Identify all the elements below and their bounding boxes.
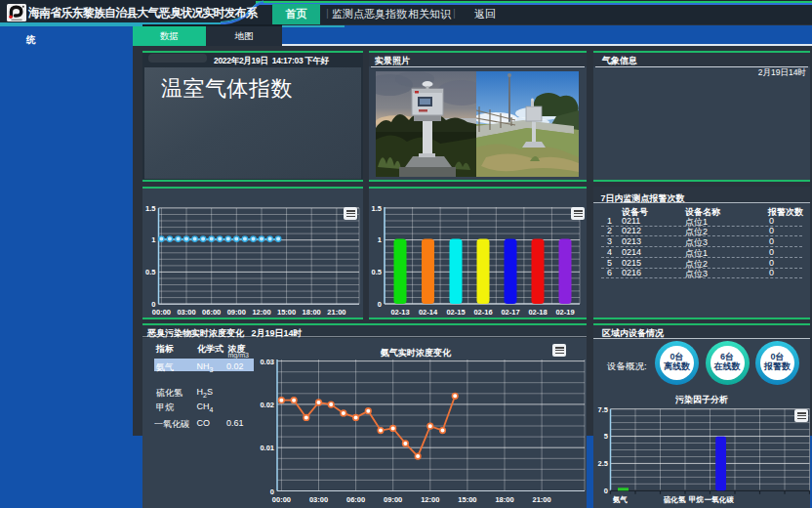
svg-text:12:00: 12:00 bbox=[421, 495, 439, 504]
svg-text:02-16: 02-16 bbox=[473, 308, 492, 317]
svg-text:7.5: 7.5 bbox=[598, 405, 608, 414]
svg-text:00:00: 00:00 bbox=[152, 308, 171, 317]
svg-text:21:00: 21:00 bbox=[327, 308, 345, 317]
svg-text:1: 1 bbox=[151, 235, 155, 244]
svg-text:00:00: 00:00 bbox=[272, 495, 291, 504]
svg-text:0.01: 0.01 bbox=[260, 444, 274, 452]
svg-text:15:00: 15:00 bbox=[277, 308, 296, 317]
svg-text:09:00: 09:00 bbox=[227, 308, 246, 317]
svg-text:12:00: 12:00 bbox=[252, 308, 270, 317]
svg-text:18:00: 18:00 bbox=[303, 308, 321, 317]
svg-text:硫化氢: 硫化氢 bbox=[664, 495, 686, 504]
svg-text:0: 0 bbox=[604, 487, 608, 495]
svg-text:2.5: 2.5 bbox=[598, 459, 608, 468]
svg-text:21:00: 21:00 bbox=[533, 495, 551, 504]
svg-text:0.02: 0.02 bbox=[260, 401, 274, 409]
svg-text:0.5: 0.5 bbox=[145, 268, 155, 276]
svg-text:一氧化碳: 一氧化碳 bbox=[705, 495, 735, 504]
svg-text:18:00: 18:00 bbox=[495, 495, 513, 504]
svg-text:02-15: 02-15 bbox=[446, 308, 465, 317]
svg-text:06:00: 06:00 bbox=[202, 308, 221, 317]
svg-text:15:00: 15:00 bbox=[458, 495, 476, 504]
svg-text:03:00: 03:00 bbox=[309, 495, 328, 504]
svg-text:06:00: 06:00 bbox=[346, 495, 365, 504]
svg-text:1.5: 1.5 bbox=[372, 204, 382, 213]
svg-text:0.03: 0.03 bbox=[260, 358, 274, 366]
svg-text:02-13: 02-13 bbox=[390, 308, 409, 317]
svg-text:02-18: 02-18 bbox=[528, 308, 547, 317]
svg-text:09:00: 09:00 bbox=[384, 495, 402, 504]
svg-text:03:00: 03:00 bbox=[177, 308, 195, 317]
svg-text:0: 0 bbox=[378, 300, 382, 309]
svg-text:5: 5 bbox=[604, 432, 608, 441]
svg-text:0.5: 0.5 bbox=[372, 268, 382, 276]
svg-text:甲烷: 甲烷 bbox=[689, 495, 705, 504]
svg-text:02-17: 02-17 bbox=[501, 308, 519, 317]
svg-text:02-14: 02-14 bbox=[419, 308, 438, 317]
svg-text:02-19: 02-19 bbox=[555, 308, 574, 317]
svg-text:1: 1 bbox=[378, 235, 382, 244]
svg-text:氨气: 氨气 bbox=[612, 495, 629, 504]
svg-text:1.5: 1.5 bbox=[145, 204, 155, 213]
